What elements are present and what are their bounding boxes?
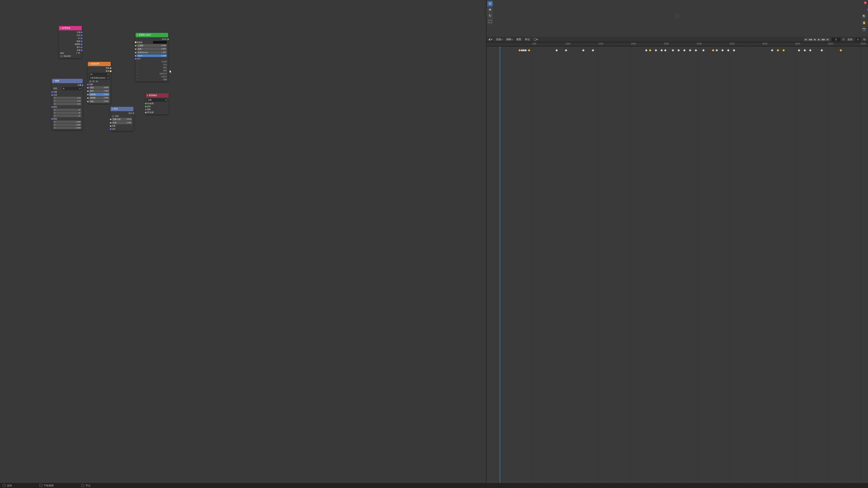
timeline-ruler[interactable]: 5001000150020002500300035004000450050005… — [486, 42, 868, 46]
input-vector[interactable]: 矢量 — [88, 83, 111, 86]
node-mapping[interactable]: ▾映射 矢量 类型:点▾ 矢量 位置: X0 m Y0 m Z0 m 旋转: X… — [52, 79, 83, 130]
param-roughness[interactable]: 糙度0.000 — [135, 47, 168, 51]
dim-dropdown[interactable]: 3D▾ — [88, 72, 111, 76]
object-picker[interactable]: 物体:✕ 🔍 — [59, 52, 82, 55]
menu-view[interactable]: 视图 — [515, 37, 522, 41]
timeline[interactable]: ◐▾ 回放 插帧 视图 标记 ◯▾ ⏮ ◀◀ ◀ ▶ ▶▶ ⏭ 0 ⏱ 起始 0… — [486, 37, 868, 488]
node-header[interactable]: ▾纹理坐标 — [59, 26, 82, 30]
node-header[interactable]: ▾映射 — [52, 79, 83, 83]
keyframe[interactable] — [655, 49, 657, 52]
expand-sheen[interactable]: ›边缘光泽 — [135, 72, 168, 75]
timeline-body[interactable]: 0 — [486, 46, 868, 488]
rot-z[interactable]: Z0° — [52, 115, 83, 117]
scale-z[interactable]: Z1.000 — [52, 126, 83, 129]
keyframe[interactable] — [798, 49, 800, 52]
menu-keying[interactable]: 插帧 — [505, 37, 514, 41]
jump-start-button[interactable]: ⏮ — [804, 38, 808, 41]
loc-y[interactable]: Y0 m — [52, 99, 83, 102]
param-distortion[interactable]: 扭曲0.000 — [88, 100, 111, 103]
param-scale[interactable]: 缩放8.000 — [88, 86, 111, 89]
keyframe[interactable] — [524, 49, 527, 52]
output-normal[interactable]: 法向 — [59, 34, 82, 37]
output-color[interactable]: 颜色 — [88, 70, 111, 72]
input-displacement[interactable]: 置换 — [146, 108, 168, 111]
collapse-handle[interactable]: › — [484, 9, 486, 16]
node-header[interactable]: ▾原理化 BSDF — [135, 33, 168, 37]
expand-specular[interactable]: ›高光 — [135, 63, 168, 66]
input-thickness[interactable]: 厚(宽)度 — [146, 111, 168, 114]
camera-icon[interactable]: 📷 — [862, 27, 867, 32]
jump-end-button[interactable]: ⏭ — [826, 38, 830, 41]
start-frame-field[interactable]: 0 — [855, 38, 860, 41]
keyframe[interactable] — [733, 49, 735, 52]
keyframe[interactable] — [678, 49, 680, 52]
pan-icon[interactable]: ✋ — [862, 20, 867, 25]
param-alpha[interactable]: Alpha1.000 — [135, 54, 168, 57]
expand-coat[interactable]: ›涂层 — [135, 69, 168, 72]
play-rev-button[interactable]: ◀ — [813, 38, 817, 41]
scale-x[interactable]: X1.000 — [52, 120, 83, 123]
loc-z[interactable]: Z0 m — [52, 102, 83, 105]
param-metallic[interactable]: 金属度0.000 — [135, 44, 168, 47]
type-dropdown[interactable]: 类型:点▾ — [52, 87, 83, 91]
tool-move[interactable]: ✥ — [487, 7, 493, 12]
node-header[interactable]: ▾材质输出 — [146, 93, 168, 98]
input-volume[interactable]: 体积 — [146, 105, 168, 108]
keyframe[interactable] — [672, 49, 674, 52]
clock-icon[interactable]: ⏱ — [842, 38, 845, 41]
loc-x[interactable]: X0 m — [52, 96, 83, 99]
node-header[interactable]: ▾凹凸 — [111, 107, 133, 111]
output-reflection[interactable]: 反射 — [59, 49, 82, 52]
rot-x[interactable]: X0° — [52, 108, 83, 111]
keyframe[interactable] — [820, 49, 823, 52]
autokey-icon[interactable]: ◯▾ — [533, 37, 539, 41]
menu-marker[interactable]: 标记 — [524, 37, 531, 41]
keyframe[interactable] — [771, 49, 774, 52]
keyframe[interactable] — [840, 49, 842, 52]
node-editor[interactable]: ▾纹理坐标 生成 法向 UV 物体 摄像机 窗口 反射 物体:✕ 🔍 来自实例 … — [0, 0, 486, 488]
output-generated[interactable]: 生成 — [59, 31, 82, 34]
input-basecolor[interactable]: 基础色 — [135, 41, 168, 44]
input-surface[interactable]: 表(曲)面 — [146, 102, 168, 105]
input-height[interactable]: 高度 — [111, 125, 133, 127]
keyframe[interactable] — [782, 49, 785, 52]
current-frame-field[interactable]: 0 — [832, 38, 840, 41]
zoom-icon[interactable]: 🔍 — [862, 14, 867, 19]
input-vector[interactable]: 矢量 — [52, 91, 83, 94]
expand-emission[interactable]: ›自发光 — [135, 75, 168, 78]
keyframe[interactable] — [660, 49, 663, 52]
gizmo-x-axis[interactable]: X — [864, 1, 867, 4]
output-fac[interactable]: 系数 — [88, 67, 111, 70]
output-window[interactable]: 窗口 — [59, 46, 82, 49]
tool-cursor[interactable] — [487, 1, 493, 6]
node-header[interactable]: ▾噪波纹理 — [88, 62, 111, 66]
rot-y[interactable]: Y0° — [52, 111, 83, 115]
output-camera[interactable]: 摄像机 — [59, 43, 82, 46]
node-tex-coord[interactable]: ▾纹理坐标 生成 法向 UV 物体 摄像机 窗口 反射 物体:✕ 🔍 来自实例 — [59, 26, 82, 58]
keyframe[interactable] — [721, 49, 724, 52]
node-bump[interactable]: ▾凹凸 法向 反转 强度/力度0.010 距离1.000 高度 法向 — [111, 107, 133, 131]
keyframe[interactable] — [592, 49, 594, 52]
gizmo-z-axis[interactable] — [867, 8, 868, 11]
output-uv[interactable]: UV — [59, 37, 82, 40]
tool-rotate[interactable]: ↻ — [487, 13, 493, 19]
param-ior[interactable]: 折射率(IOR)1.450 — [135, 51, 168, 54]
keyframe[interactable] — [555, 49, 558, 52]
output-normal[interactable]: 法向 — [111, 111, 133, 115]
invert-check[interactable]: 反转 — [111, 115, 133, 118]
node-noise[interactable]: ▾噪波纹理 系数 颜色 3D▾ 分形布朗运动(fBM)▾ 归一化 矢量 缩放8.… — [88, 62, 111, 104]
keyframe[interactable] — [803, 49, 806, 52]
keyframe[interactable] — [712, 49, 714, 52]
playhead[interactable]: 0 — [500, 46, 500, 488]
tool-scale[interactable]: ⛶ — [487, 19, 493, 24]
output-bsdf[interactable]: BSDF — [135, 38, 168, 41]
expand-subsurface[interactable]: ›次表面 — [135, 60, 168, 63]
viewport-3d[interactable]: › ✥ ↻ ⛶ Y X 🔍 ✋ 📷 — [486, 0, 868, 37]
prev-key-button[interactable]: ◀◀ — [808, 38, 812, 41]
keyframe[interactable] — [664, 49, 666, 52]
keyframe[interactable] — [702, 49, 705, 52]
input-normal[interactable]: 法向 — [111, 127, 133, 130]
normalize-check[interactable]: 归一化 — [88, 80, 111, 83]
scale-y[interactable]: Y1.000 — [52, 123, 83, 126]
output-object[interactable]: 物体 — [59, 40, 82, 43]
